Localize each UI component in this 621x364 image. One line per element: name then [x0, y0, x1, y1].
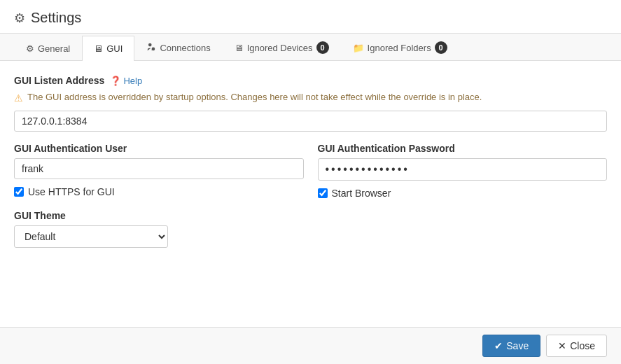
theme-section: GUI Theme Default Dark Black — [14, 210, 607, 248]
start-browser-label: Start Browser — [332, 188, 391, 199]
listen-address-section-header: GUI Listen Address ❓ Help — [14, 75, 607, 86]
warning-icon: ⚠ — [14, 92, 23, 104]
ignored-devices-tab-icon: 🖥 — [235, 43, 244, 53]
page-header: ⚙ Settings — [0, 0, 621, 34]
close-button[interactable]: ✕ Close — [546, 335, 607, 357]
ignored-folders-tab-icon: 📁 — [353, 43, 364, 53]
auth-password-col: GUI Authentication Password Start Browse… — [318, 143, 608, 199]
tab-ignored-devices-label: Ignored Devices — [247, 43, 313, 53]
ignored-devices-badge: 0 — [316, 41, 329, 54]
svg-point-0 — [148, 43, 152, 47]
use-https-checkbox[interactable] — [14, 187, 24, 197]
tab-ignored-folders[interactable]: 📁 Ignored Folders 0 — [341, 34, 459, 61]
theme-label: GUI Theme — [14, 210, 607, 221]
save-icon: ✔ — [494, 340, 503, 351]
use-https-row: Use HTTPS for GUI — [14, 186, 304, 197]
auth-password-label: GUI Authentication Password — [318, 143, 608, 154]
two-col-section: GUI Authentication User Use HTTPS for GU… — [14, 143, 607, 199]
theme-select[interactable]: Default Dark Black — [14, 225, 168, 248]
tab-connections-label: Connections — [160, 43, 210, 53]
footer-bar: ✔ Save ✕ Close — [0, 327, 621, 364]
general-tab-icon: ⚙ — [26, 43, 34, 54]
help-link[interactable]: ❓ Help — [110, 76, 142, 86]
auth-user-label: GUI Authentication User — [14, 143, 304, 154]
page-title: Settings — [31, 10, 81, 26]
tab-gui[interactable]: 🖥 GUI — [82, 36, 134, 61]
help-icon: ❓ — [110, 76, 121, 86]
connections-tab-icon — [146, 42, 156, 54]
use-https-label: Use HTTPS for GUI — [28, 186, 115, 197]
warning-bar: ⚠ The GUI address is overridden by start… — [14, 92, 607, 104]
tab-general-label: General — [38, 43, 70, 54]
svg-point-1 — [152, 48, 155, 51]
warning-text: The GUI address is overridden by startup… — [27, 92, 482, 102]
help-link-text: Help — [123, 76, 142, 86]
main-content: GUI Listen Address ❓ Help ⚠ The GUI addr… — [0, 61, 621, 262]
start-browser-row: Start Browser — [318, 188, 608, 199]
tabs-bar: ⚙ General 🖥 GUI Connections 🖥 Ignored De… — [0, 34, 621, 61]
auth-user-col: GUI Authentication User Use HTTPS for GU… — [14, 143, 304, 199]
save-button[interactable]: ✔ Save — [482, 335, 540, 357]
gui-tab-icon: 🖥 — [94, 43, 103, 54]
listen-address-label: GUI Listen Address — [14, 75, 104, 86]
tab-connections[interactable]: Connections — [134, 34, 222, 61]
tab-gui-label: GUI — [106, 43, 123, 54]
save-label: Save — [506, 340, 529, 351]
start-browser-checkbox[interactable] — [318, 188, 328, 198]
tab-ignored-devices[interactable]: 🖥 Ignored Devices 0 — [223, 34, 341, 61]
auth-password-input[interactable] — [318, 158, 608, 181]
close-label: Close — [570, 340, 595, 351]
listen-address-input[interactable] — [14, 111, 607, 132]
auth-user-input[interactable] — [14, 158, 304, 179]
tab-general[interactable]: ⚙ General — [14, 36, 82, 61]
settings-gear-icon: ⚙ — [14, 10, 25, 26]
close-icon: ✕ — [558, 340, 566, 351]
ignored-folders-badge: 0 — [435, 41, 447, 54]
tab-ignored-folders-label: Ignored Folders — [368, 43, 431, 53]
